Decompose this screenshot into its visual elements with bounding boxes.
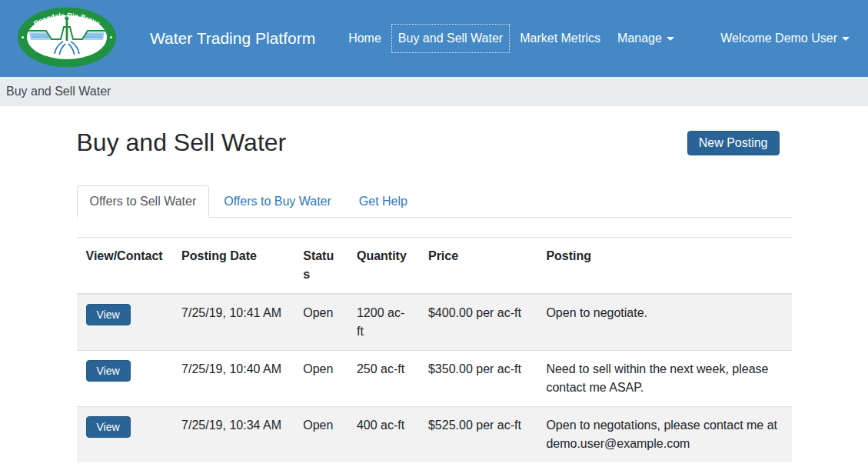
breadcrumb-current: Buy and Sell Water [6, 85, 111, 98]
table-row: View 7/25/19, 10:41 AM Open 1200 ac-ft $… [77, 294, 792, 351]
cell-price: $525.00 per ac-ft [419, 407, 537, 463]
table-row: View 7/25/19, 10:34 AM Open 400 ac-ft $5… [77, 407, 792, 463]
top-navbar: Rosedale-Rio Bravo WATER STORAGE DISTRIC… [0, 0, 868, 77]
app-brand-title[interactable]: Water Trading Platform [150, 29, 315, 48]
offers-to-sell-table: View/Contact Posting Date Status Quantit… [77, 237, 792, 462]
nav-item-market-metrics[interactable]: Market Metrics [513, 24, 607, 53]
new-posting-button[interactable]: New Posting [687, 131, 780, 155]
user-menu-dropdown[interactable]: Welcome Demo User [717, 24, 853, 53]
cell-posting: Open to negotiate. [537, 294, 791, 351]
main-content: Buy and Sell Water New Posting Offers to… [77, 128, 792, 462]
cell-price: $350.00 per ac-ft [419, 351, 537, 407]
view-button[interactable]: View [86, 304, 131, 325]
cell-quantity: 400 ac-ft [348, 407, 419, 463]
breadcrumb: Buy and Sell Water [0, 77, 868, 106]
view-button[interactable]: View [86, 416, 131, 438]
tab-offers-to-sell-water[interactable]: Offers to Sell Water [77, 185, 210, 218]
main-nav: Home Buy and Sell Water Market Metrics M… [340, 24, 683, 53]
nav-item-manage-label: Manage [617, 32, 662, 45]
cell-posting-date: 7/25/19, 10:40 AM [172, 351, 294, 407]
view-button[interactable]: View [86, 360, 131, 382]
table-row: View 7/25/19, 10:40 AM Open 250 ac-ft $3… [77, 351, 792, 407]
water-district-logo-icon: Rosedale-Rio Bravo WATER STORAGE DISTRIC… [17, 7, 117, 68]
table-header-row: View/Contact Posting Date Status Quantit… [77, 238, 792, 295]
user-menu-label: Welcome Demo User [720, 32, 837, 45]
page-title: Buy and Sell Water [77, 128, 287, 157]
col-header-posting: Posting [537, 238, 791, 295]
nav-item-home[interactable]: Home [341, 24, 388, 53]
cell-posting: Open to negotations, please contact me a… [537, 407, 791, 463]
cell-price: $400.00 per ac-ft [419, 294, 537, 351]
cell-quantity: 250 ac-ft [348, 351, 419, 407]
caret-down-icon [667, 37, 674, 41]
col-header-quantity: Quantity [348, 238, 419, 295]
col-header-posting-date: Posting Date [172, 238, 294, 295]
col-header-view-contact: View/Contact [77, 238, 173, 295]
caret-down-icon [842, 37, 850, 41]
cell-posting-date: 7/25/19, 10:41 AM [172, 294, 294, 351]
cell-status: Open [294, 294, 348, 351]
nav-item-manage-dropdown[interactable]: Manage [610, 24, 681, 53]
cell-posting-date: 7/25/19, 10:34 AM [172, 407, 294, 463]
cell-quantity: 1200 ac-ft [348, 294, 419, 351]
cell-posting: Need to sell within the next week, pleas… [537, 351, 791, 407]
nav-item-buy-and-sell-water[interactable]: Buy and Sell Water [391, 24, 510, 53]
tab-offers-to-buy-water[interactable]: Offers to Buy Water [211, 185, 344, 218]
cell-status: Open [294, 407, 348, 463]
col-header-status: Status [294, 238, 348, 295]
district-logo: Rosedale-Rio Bravo WATER STORAGE DISTRIC… [17, 7, 117, 71]
col-header-price: Price [419, 238, 537, 295]
tab-get-help[interactable]: Get Help [346, 185, 421, 218]
page-header: Buy and Sell Water New Posting [77, 128, 792, 157]
offers-tabs: Offers to Sell Water Offers to Buy Water… [77, 185, 792, 218]
cell-status: Open [294, 351, 348, 407]
